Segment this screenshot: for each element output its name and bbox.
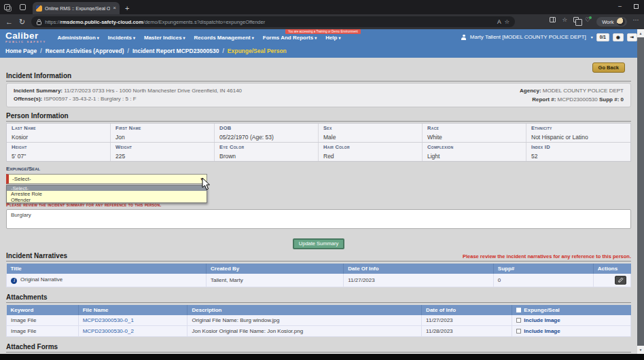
url-path: /demo/Expungements.s?dispatchto=expungeO…: [143, 19, 265, 25]
breadcrumb-home[interactable]: Home Page: [5, 48, 37, 54]
narrative-title-cell: iOriginal Narrative: [7, 274, 207, 287]
back-button[interactable]: ←: [5, 18, 13, 26]
option-offender[interactable]: Offender: [7, 197, 207, 202]
option-arrestee-role[interactable]: Arrestee Role: [7, 191, 207, 196]
user-menu[interactable]: Marty Tallent [MODEL COUNTY POLICE DEPT]: [470, 34, 586, 40]
narrative-date: 11/27/2023: [344, 274, 494, 287]
expunge-role-dropdown: -Select- Arrestee Role Offender: [6, 185, 207, 203]
field-hair-color: Hair ColorRed: [319, 143, 423, 161]
caliber-logo: Caliber PUBLIC SAFETY: [5, 31, 46, 43]
select-all-checkbox[interactable]: [516, 308, 521, 312]
attachment-description: Original File Name: Burg window.jpg: [187, 315, 422, 326]
attachments-table: Keyword File Name Description Date of In…: [6, 305, 631, 337]
chevron-down-icon: ▾: [97, 36, 99, 40]
chevron-down-icon: ▾: [252, 36, 254, 40]
new-tab-button[interactable]: +: [125, 4, 129, 12]
include-image-checkbox[interactable]: [516, 318, 521, 323]
chevron-down-icon: ▾: [183, 36, 185, 40]
breadcrumb-current-page: Expunge/Seal Person: [228, 48, 287, 54]
session-counter-button[interactable]: 0/1: [596, 33, 609, 42]
nav-help[interactable]: Help▾: [325, 35, 340, 41]
chevron-down-icon: ▾: [315, 36, 317, 40]
bottom-black-strip: [0, 354, 644, 360]
refresh-button[interactable]: ↻: [19, 18, 25, 26]
col-date-of-info: Date Of Info: [344, 264, 494, 274]
col-keyword: Keyword: [7, 305, 79, 315]
favorite-star-icon[interactable]: ☆: [505, 19, 510, 25]
report-number: Report #: MCPD23000530 Supp #: 0: [520, 96, 624, 103]
nav-incidents[interactable]: Incidents▾: [108, 35, 135, 41]
field-ethnicity: EthnicityNot Hispanic or Latino: [526, 124, 630, 142]
nav-administration[interactable]: Administration▾: [57, 35, 99, 41]
attachment-expunge-cell: Include Image: [512, 315, 631, 326]
chevron-down-icon: ▾: [591, 35, 593, 39]
browser-menu-icon[interactable]: ⋯: [633, 17, 639, 26]
url-domain: rmsdemo.public-safety-cloud.com: [60, 19, 143, 25]
field-sex: SexMale: [319, 124, 423, 142]
field-complexion: ComplexionLight: [423, 143, 526, 161]
lock-icon: [37, 19, 41, 25]
col-supp: Supp#: [493, 264, 593, 274]
tab-title: Online RMS :: Expunge/Seal Offe: [45, 6, 110, 11]
col-date-of-info: Date of Info: [422, 305, 512, 315]
browser-profile-button[interactable]: Work: [596, 17, 626, 26]
favorites-bar-icon[interactable]: ☆: [562, 17, 567, 26]
incident-narratives-table: Title Created By Date Of Info Supp# Acti…: [6, 264, 631, 287]
go-back-button[interactable]: Go Back: [592, 62, 625, 73]
page-scrollbar[interactable]: ▲ ▼: [637, 29, 644, 354]
breadcrumb-recent-activities[interactable]: Recent Activities (Approved): [46, 48, 124, 54]
option-select[interactable]: -Select-: [7, 185, 207, 191]
breadcrumb-incident-report[interactable]: Incident Report MCPD23000530: [132, 48, 219, 54]
narrative-supp: 0: [493, 274, 593, 287]
field-last-name: Last NameKosior: [7, 124, 111, 142]
breadcrumb-separator: /: [128, 48, 129, 54]
mouse-cursor: [202, 177, 211, 190]
window-minimize-button[interactable]: –: [618, 3, 622, 10]
training-banner: You are accessing a Training or Demo Env…: [285, 29, 361, 34]
incident-information-title: Incident Information: [6, 72, 631, 82]
edit-narrative-button[interactable]: [615, 276, 626, 285]
browser-essentials-icon[interactable]: ♡: [585, 17, 590, 26]
info-icon[interactable]: i: [11, 278, 17, 284]
user-icon: [461, 35, 467, 40]
field-height: Height5' 07": [7, 143, 111, 161]
attachment-file-cell: MCPD23000530-0_2: [78, 326, 187, 337]
logo-subtext: PUBLIC SAFETY: [5, 41, 46, 43]
expunge-role-select[interactable]: -Select- ▼: [6, 174, 207, 184]
field-weight: Weight225: [111, 143, 215, 161]
attachment-file-link[interactable]: MCPD23000530-0_1: [83, 317, 134, 323]
profile-avatar: [617, 18, 625, 26]
agency: Agency: MODEL COUNTY POLICE DEPT: [520, 88, 624, 94]
update-summary-button[interactable]: Update Summary: [293, 238, 344, 249]
scrollbar-thumb[interactable]: [637, 37, 644, 346]
chevron-down-icon: ▾: [133, 36, 135, 40]
attachment-file-link[interactable]: MCPD23000530-0_2: [83, 328, 134, 334]
app-header: Caliber PUBLIC SAFETY Administration▾ In…: [0, 29, 644, 58]
scroll-up-icon[interactable]: ▲: [637, 29, 644, 37]
logout-button[interactable]: ⇥: [627, 33, 637, 42]
tab-actions-icon[interactable]: [20, 4, 26, 10]
person-information-title: Person Information: [6, 112, 631, 122]
attachment-date: 11/27/2023: [422, 315, 512, 326]
address-bar[interactable]: https://rmsdemo.public-safety-cloud.com/…: [31, 16, 515, 27]
col-title: Title: [7, 264, 207, 274]
pencil-icon: [618, 277, 624, 283]
split-screen-icon[interactable]: [550, 17, 556, 22]
breadcrumb-separator: /: [40, 48, 41, 54]
collections-icon[interactable]: [573, 17, 579, 22]
field-index-id: Index ID52: [526, 143, 630, 161]
workspaces-icon[interactable]: [4, 4, 10, 10]
browser-toolbar: ← ↻ https://rmsdemo.public-safety-cloud.…: [0, 14, 644, 29]
session-power-button[interactable]: ◉: [613, 33, 624, 42]
nav-forms-and-reports[interactable]: Forms And Reports▾: [263, 35, 317, 41]
scroll-down-icon[interactable]: ▼: [637, 346, 644, 354]
window-maximize-button[interactable]: [634, 4, 639, 9]
nav-master-indices[interactable]: Master Indices▾: [144, 35, 185, 41]
tab-close-icon[interactable]: ×: [113, 5, 116, 11]
url-scheme: https://: [45, 19, 60, 25]
include-image-checkbox[interactable]: [516, 329, 521, 334]
nav-records-management[interactable]: Records Management▾: [194, 35, 254, 41]
read-aloud-icon[interactable]: A: [497, 19, 501, 25]
browser-tab[interactable]: Online RMS :: Expunge/Seal Offe ×: [33, 2, 120, 14]
incident-summary-textarea[interactable]: Burglary: [6, 209, 631, 229]
